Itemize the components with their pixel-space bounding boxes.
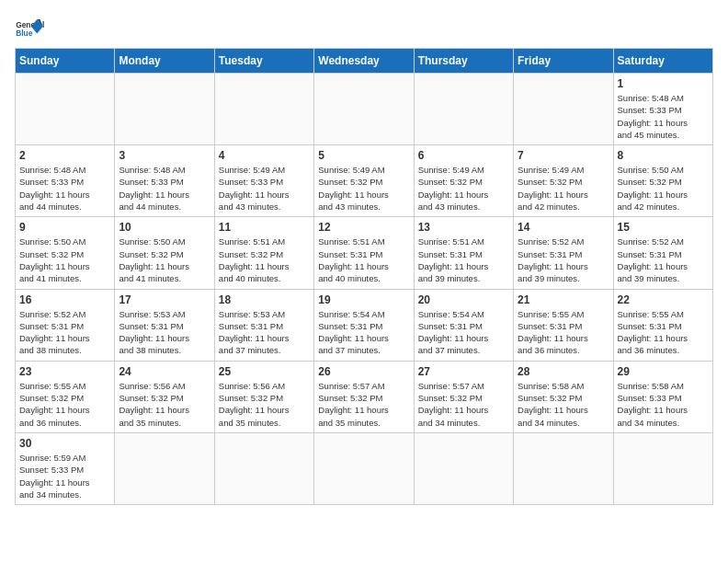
- calendar-cell: 28Sunrise: 5:58 AM Sunset: 5:32 PM Dayli…: [514, 361, 613, 432]
- day-of-week-header: Friday: [514, 49, 613, 74]
- logo-area: General Blue: [15, 15, 44, 44]
- day-info: Sunrise: 5:57 AM Sunset: 5:32 PM Dayligh…: [418, 380, 509, 429]
- day-info: Sunrise: 5:55 AM Sunset: 5:32 PM Dayligh…: [19, 380, 110, 429]
- calendar-table: SundayMondayTuesdayWednesdayThursdayFrid…: [15, 48, 713, 505]
- day-info: Sunrise: 5:52 AM Sunset: 5:31 PM Dayligh…: [19, 308, 110, 357]
- day-number: 6: [418, 149, 509, 162]
- day-info: Sunrise: 5:49 AM Sunset: 5:32 PM Dayligh…: [518, 164, 609, 213]
- calendar-cell: 15Sunrise: 5:52 AM Sunset: 5:31 PM Dayli…: [613, 217, 712, 289]
- day-number: 27: [418, 365, 509, 378]
- day-info: Sunrise: 5:56 AM Sunset: 5:32 PM Dayligh…: [219, 380, 310, 429]
- day-info: Sunrise: 5:59 AM Sunset: 5:33 PM Dayligh…: [19, 452, 110, 500]
- calendar-cell: 21Sunrise: 5:55 AM Sunset: 5:31 PM Dayli…: [514, 289, 613, 361]
- day-number: 2: [19, 149, 110, 162]
- day-number: 19: [318, 293, 409, 306]
- day-info: Sunrise: 5:56 AM Sunset: 5:32 PM Dayligh…: [119, 380, 210, 429]
- day-of-week-header: Tuesday: [214, 49, 313, 74]
- day-number: 14: [518, 221, 609, 234]
- day-info: Sunrise: 5:49 AM Sunset: 5:33 PM Dayligh…: [219, 164, 310, 213]
- calendar-cell: 17Sunrise: 5:53 AM Sunset: 5:31 PM Dayli…: [115, 289, 214, 361]
- calendar-cell: [115, 74, 214, 145]
- day-number: 29: [618, 365, 709, 378]
- day-number: 24: [119, 365, 210, 378]
- calendar-cell: 19Sunrise: 5:54 AM Sunset: 5:31 PM Dayli…: [314, 289, 414, 361]
- calendar-cell: 11Sunrise: 5:51 AM Sunset: 5:32 PM Dayli…: [214, 217, 313, 289]
- day-number: 26: [318, 365, 409, 378]
- calendar-cell: 1Sunrise: 5:48 AM Sunset: 5:33 PM Daylig…: [613, 74, 712, 145]
- day-info: Sunrise: 5:53 AM Sunset: 5:31 PM Dayligh…: [219, 308, 310, 357]
- calendar-cell: [414, 74, 513, 145]
- day-info: Sunrise: 5:54 AM Sunset: 5:31 PM Dayligh…: [318, 308, 409, 357]
- calendar-cell: 14Sunrise: 5:52 AM Sunset: 5:31 PM Dayli…: [514, 217, 613, 289]
- calendar-cell: [115, 432, 214, 504]
- calendar-cell: 5Sunrise: 5:49 AM Sunset: 5:32 PM Daylig…: [314, 145, 414, 217]
- day-number: 25: [219, 365, 310, 378]
- day-info: Sunrise: 5:50 AM Sunset: 5:32 PM Dayligh…: [119, 236, 210, 284]
- calendar-cell: 2Sunrise: 5:48 AM Sunset: 5:33 PM Daylig…: [16, 145, 115, 217]
- day-info: Sunrise: 5:50 AM Sunset: 5:32 PM Dayligh…: [19, 236, 110, 284]
- svg-text:Blue: Blue: [16, 29, 32, 38]
- day-number: 21: [518, 293, 609, 306]
- day-number: 1: [618, 77, 709, 90]
- day-info: Sunrise: 5:57 AM Sunset: 5:32 PM Dayligh…: [318, 380, 409, 429]
- day-of-week-header: Saturday: [613, 49, 712, 74]
- day-info: Sunrise: 5:48 AM Sunset: 5:33 PM Dayligh…: [119, 164, 210, 213]
- day-of-week-header: Sunday: [16, 49, 115, 74]
- day-info: Sunrise: 5:50 AM Sunset: 5:32 PM Dayligh…: [618, 164, 709, 213]
- calendar-cell: [214, 432, 313, 504]
- day-number: 17: [119, 293, 210, 306]
- day-info: Sunrise: 5:51 AM Sunset: 5:31 PM Dayligh…: [418, 236, 509, 284]
- day-info: Sunrise: 5:52 AM Sunset: 5:31 PM Dayligh…: [518, 236, 609, 284]
- generalblue-logo-icon: General Blue: [15, 15, 44, 44]
- calendar-cell: 9Sunrise: 5:50 AM Sunset: 5:32 PM Daylig…: [16, 217, 115, 289]
- day-number: 9: [19, 221, 110, 234]
- day-info: Sunrise: 5:48 AM Sunset: 5:33 PM Dayligh…: [618, 92, 709, 141]
- day-number: 12: [318, 221, 409, 234]
- calendar-cell: 22Sunrise: 5:55 AM Sunset: 5:31 PM Dayli…: [613, 289, 712, 361]
- day-info: Sunrise: 5:55 AM Sunset: 5:31 PM Dayligh…: [518, 308, 609, 357]
- calendar-cell: 18Sunrise: 5:53 AM Sunset: 5:31 PM Dayli…: [214, 289, 313, 361]
- day-number: 16: [19, 293, 110, 306]
- calendar-cell: 30Sunrise: 5:59 AM Sunset: 5:33 PM Dayli…: [16, 432, 115, 504]
- calendar-cell: 10Sunrise: 5:50 AM Sunset: 5:32 PM Dayli…: [115, 217, 214, 289]
- calendar-cell: 12Sunrise: 5:51 AM Sunset: 5:31 PM Dayli…: [314, 217, 414, 289]
- calendar-cell: 26Sunrise: 5:57 AM Sunset: 5:32 PM Dayli…: [314, 361, 414, 432]
- calendar-cell: [514, 432, 613, 504]
- day-number: 8: [618, 149, 709, 162]
- calendar-cell: 29Sunrise: 5:58 AM Sunset: 5:33 PM Dayli…: [613, 361, 712, 432]
- day-info: Sunrise: 5:53 AM Sunset: 5:31 PM Dayligh…: [119, 308, 210, 357]
- day-number: 28: [518, 365, 609, 378]
- day-info: Sunrise: 5:58 AM Sunset: 5:32 PM Dayligh…: [518, 380, 609, 429]
- calendar-cell: [514, 74, 613, 145]
- day-info: Sunrise: 5:51 AM Sunset: 5:31 PM Dayligh…: [318, 236, 409, 284]
- calendar-cell: 13Sunrise: 5:51 AM Sunset: 5:31 PM Dayli…: [414, 217, 513, 289]
- calendar-cell: [314, 432, 414, 504]
- calendar-cell: [414, 432, 513, 504]
- calendar-cell: 3Sunrise: 5:48 AM Sunset: 5:33 PM Daylig…: [115, 145, 214, 217]
- calendar-cell: 27Sunrise: 5:57 AM Sunset: 5:32 PM Dayli…: [414, 361, 513, 432]
- day-number: 30: [19, 437, 110, 450]
- day-info: Sunrise: 5:49 AM Sunset: 5:32 PM Dayligh…: [418, 164, 509, 213]
- calendar-cell: 16Sunrise: 5:52 AM Sunset: 5:31 PM Dayli…: [16, 289, 115, 361]
- day-of-week-header: Wednesday: [314, 49, 414, 74]
- day-info: Sunrise: 5:54 AM Sunset: 5:31 PM Dayligh…: [418, 308, 509, 357]
- day-info: Sunrise: 5:51 AM Sunset: 5:32 PM Dayligh…: [219, 236, 310, 284]
- day-info: Sunrise: 5:55 AM Sunset: 5:31 PM Dayligh…: [618, 308, 709, 357]
- calendar-cell: 8Sunrise: 5:50 AM Sunset: 5:32 PM Daylig…: [613, 145, 712, 217]
- day-number: 3: [119, 149, 210, 162]
- day-info: Sunrise: 5:58 AM Sunset: 5:33 PM Dayligh…: [618, 380, 709, 429]
- calendar-cell: 25Sunrise: 5:56 AM Sunset: 5:32 PM Dayli…: [214, 361, 313, 432]
- calendar-cell: 24Sunrise: 5:56 AM Sunset: 5:32 PM Dayli…: [115, 361, 214, 432]
- calendar-cell: [613, 432, 712, 504]
- day-number: 13: [418, 221, 509, 234]
- day-number: 18: [219, 293, 310, 306]
- calendar-cell: 23Sunrise: 5:55 AM Sunset: 5:32 PM Dayli…: [16, 361, 115, 432]
- day-number: 20: [418, 293, 509, 306]
- day-number: 4: [219, 149, 310, 162]
- day-info: Sunrise: 5:49 AM Sunset: 5:32 PM Dayligh…: [318, 164, 409, 213]
- day-number: 7: [518, 149, 609, 162]
- day-of-week-header: Monday: [115, 49, 214, 74]
- header-section: General Blue: [15, 15, 713, 44]
- day-info: Sunrise: 5:52 AM Sunset: 5:31 PM Dayligh…: [618, 236, 709, 284]
- day-number: 15: [618, 221, 709, 234]
